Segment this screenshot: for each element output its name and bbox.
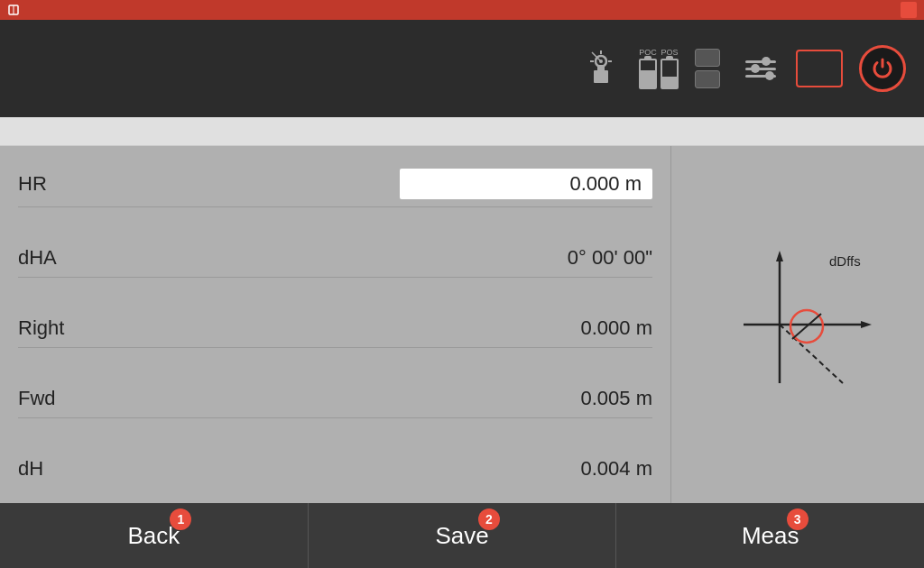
field-label: Fwd xyxy=(18,387,108,410)
field-value: 0° 00' 00" xyxy=(568,246,652,270)
svg-text:dDffs: dDffs xyxy=(829,253,861,269)
svg-rect-2 xyxy=(594,70,608,83)
sliders-icon xyxy=(742,57,780,81)
toolbar-btn-back[interactable]: 1Back xyxy=(0,503,309,568)
field-label: dH xyxy=(18,457,108,481)
field-label: dHA xyxy=(18,246,108,270)
data-panel: HR0.000 mdHA0° 00' 00"Right0.000 mFwd0.0… xyxy=(0,146,671,503)
btn-number-1: 1 xyxy=(170,508,191,530)
toolbar-btn-save[interactable]: 2Save xyxy=(309,503,617,568)
toolbar: 1Back2Save3Meas xyxy=(0,503,924,568)
svg-marker-15 xyxy=(776,251,783,261)
app-icon xyxy=(7,4,20,16)
breadcrumb xyxy=(0,117,924,146)
data-row: Fwd0.005 m xyxy=(18,380,652,418)
data-row: Right0.000 m xyxy=(18,309,652,348)
svg-line-18 xyxy=(792,314,821,339)
field-label: Right xyxy=(18,316,108,340)
data-row: dH0.004 m xyxy=(18,450,652,488)
data-row: dHA0° 00' 00" xyxy=(18,239,652,278)
field-label: HR xyxy=(18,172,108,196)
close-button[interactable] xyxy=(901,2,917,18)
f1-key[interactable] xyxy=(695,49,720,67)
fnc-button[interactable] xyxy=(796,50,843,87)
header: POC POS xyxy=(0,20,924,117)
title-bar xyxy=(0,0,924,20)
main-content: HR0.000 mdHA0° 00' 00"Right0.000 mFwd0.0… xyxy=(0,146,924,503)
field-value: 0.005 m xyxy=(581,387,653,410)
power-button[interactable] xyxy=(859,45,906,92)
title-bar-left xyxy=(7,4,25,16)
function-keys xyxy=(695,49,725,88)
svg-line-16 xyxy=(780,325,843,383)
data-row: HR0.000 m xyxy=(18,161,652,207)
svg-marker-13 xyxy=(861,321,872,328)
btn-number-2: 2 xyxy=(478,508,500,530)
header-icons: POC POS xyxy=(579,45,906,92)
toolbar-btn-meas[interactable]: 3Meas xyxy=(616,503,924,568)
f2-key[interactable] xyxy=(695,70,720,88)
battery-group: POC POS xyxy=(639,48,679,89)
field-value: 0.004 m xyxy=(581,457,653,481)
field-value[interactable]: 0.000 m xyxy=(400,169,652,199)
btn-number-3: 3 xyxy=(787,508,808,530)
diagram-panel: dHD dDffs xyxy=(671,146,924,503)
field-value: 0.000 m xyxy=(581,316,653,340)
instrument-icon xyxy=(579,45,623,92)
